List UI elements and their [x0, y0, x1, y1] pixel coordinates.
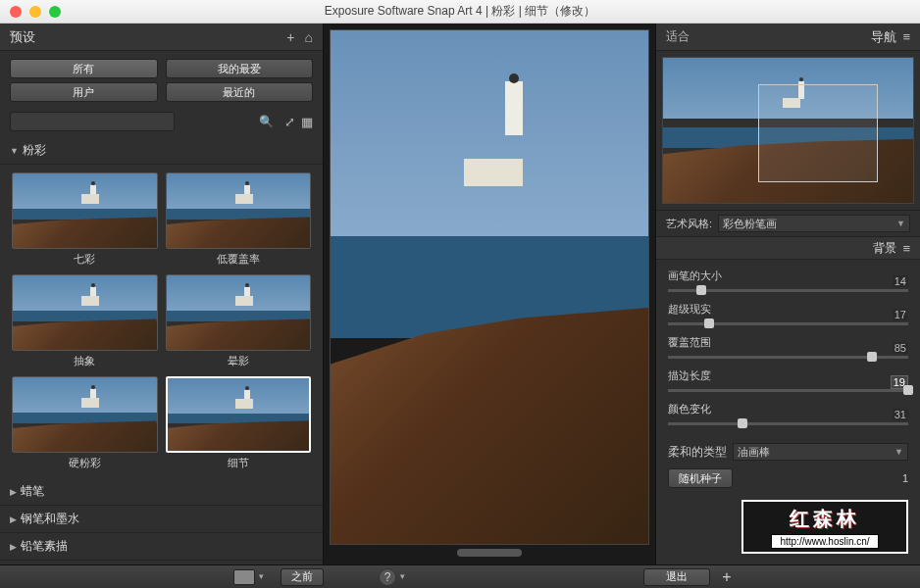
slider-track[interactable]: 31: [668, 422, 908, 425]
add-preset-icon[interactable]: +: [286, 29, 294, 45]
navigator-viewport-rect[interactable]: [758, 84, 878, 183]
slider-thumb[interactable]: [696, 285, 706, 295]
slider-value: 17: [893, 309, 908, 320]
preset-hard-pastel[interactable]: 硬粉彩: [12, 376, 158, 470]
chevron-right-icon: ▶: [10, 487, 17, 497]
watermark: 红森林 http://www.hoslin.cn/: [741, 500, 908, 554]
chevron-right-icon: ▶: [10, 542, 17, 552]
preset-vignette[interactable]: 晕影: [166, 274, 312, 368]
bottom-toolbar: 之前 ? 退出 +: [0, 564, 920, 588]
preset-low-coverage[interactable]: 低覆盖率: [166, 172, 312, 267]
art-style-row: 艺术风格: 彩色粉笔画 ▼: [656, 210, 920, 236]
chevron-down-icon: ▼: [896, 219, 905, 228]
art-style-label: 艺术风格:: [666, 217, 712, 231]
slider-value: 31: [893, 409, 908, 420]
background-color-swatch[interactable]: [233, 569, 255, 585]
preset-filter-tabs: 所有 我的最爱 用户 最近的: [0, 51, 323, 106]
search-row: 🔍 ⤢ ▦: [0, 106, 323, 137]
close-icon[interactable]: [10, 6, 22, 18]
navigator-thumbnail[interactable]: [662, 57, 914, 204]
nav-menu-icon[interactable]: ≡: [902, 29, 910, 44]
category-pen-ink[interactable]: ▶钢笔和墨水: [0, 506, 323, 533]
slider-2: 覆盖范围85: [668, 335, 908, 359]
nav-header: 适合 导航 ≡: [656, 24, 920, 51]
art-style-select[interactable]: 彩色粉笔画 ▼: [718, 215, 910, 232]
slider-track[interactable]: 19: [668, 389, 908, 392]
slider-value: 85: [893, 342, 908, 354]
slider-1: 超级现实17: [668, 302, 908, 325]
category-crayon[interactable]: ▶蜡笔: [0, 478, 323, 506]
slider-label: 画笔的大小: [668, 269, 908, 283]
search-input[interactable]: [10, 112, 175, 131]
slider-label: 颜色变化: [668, 402, 908, 416]
preset-tree[interactable]: ▼ 粉彩 七彩 低覆盖率 抽象 晕影: [0, 137, 323, 564]
seed-row: 随机种子 1: [656, 465, 920, 492]
presets-header: 预设 + ⌂: [0, 24, 323, 51]
search-icon[interactable]: 🔍: [259, 115, 274, 128]
tab-user[interactable]: 用户: [10, 82, 158, 102]
presets-panel: 预设 + ⌂ 所有 我的最爱 用户 最近的 🔍 ⤢ ▦ ▼ 粉彩: [0, 24, 324, 564]
category-stylize[interactable]: ▶风格化: [0, 561, 323, 564]
slider-4: 颜色变化31: [668, 402, 908, 425]
maximize-icon[interactable]: [49, 6, 61, 18]
slider-track[interactable]: 14: [668, 289, 908, 292]
preset-colorful[interactable]: 七彩: [12, 172, 158, 267]
watermark-url: http://www.hoslin.cn/: [771, 534, 878, 549]
background-section-header[interactable]: 背景 ≡: [656, 236, 920, 260]
soft-type-row: 柔和的类型 油画棒 ▼: [656, 439, 920, 465]
window-title: Exposure Software Snap Art 4 | 粉彩 | 细节（修…: [325, 3, 595, 20]
preset-detail[interactable]: 细节: [166, 376, 312, 470]
slider-track[interactable]: 17: [668, 322, 908, 325]
category-pencil[interactable]: ▶铅笔素描: [0, 533, 323, 561]
preview-panel: [324, 24, 655, 564]
traffic-lights: [10, 6, 61, 18]
slider-label: 超级现实: [668, 302, 908, 317]
category-pastels[interactable]: ▼ 粉彩: [0, 137, 323, 165]
slider-track[interactable]: 85: [668, 356, 908, 359]
tab-favorites[interactable]: 我的最爱: [166, 59, 314, 78]
slider-label: 覆盖范围: [668, 335, 908, 350]
grid-view-icon[interactable]: ▦: [301, 115, 313, 129]
slider-thumb[interactable]: [738, 418, 747, 428]
slider-0: 画笔的大小14: [668, 269, 908, 292]
slider-thumb[interactable]: [704, 318, 714, 328]
minimize-icon[interactable]: [29, 6, 41, 18]
soft-type-select[interactable]: 油画棒 ▼: [733, 443, 908, 461]
presets-title: 预设: [10, 28, 277, 46]
section-menu-icon[interactable]: ≡: [902, 241, 910, 256]
window-titlebar: Exposure Software Snap Art 4 | 粉彩 | 细节（修…: [0, 0, 920, 24]
chevron-down-icon: ▼: [894, 447, 903, 457]
slider-value: 14: [893, 275, 908, 287]
sliders-group: 画笔的大小14超级现实17覆盖范围85描边长度19颜色变化31: [656, 260, 920, 439]
slider-label: 描边长度: [668, 368, 908, 383]
random-seed-button[interactable]: 随机种子: [668, 468, 733, 488]
slider-thumb[interactable]: [903, 385, 913, 395]
help-icon[interactable]: ?: [379, 568, 396, 586]
chevron-down-icon: ▼: [10, 146, 19, 156]
seed-value: 1: [902, 472, 908, 484]
tab-all[interactable]: 所有: [10, 59, 158, 78]
before-button[interactable]: 之前: [281, 568, 324, 586]
slider-3: 描边长度19: [668, 368, 908, 392]
preview-scrollbar[interactable]: [330, 547, 649, 559]
exit-button[interactable]: 退出: [643, 568, 710, 586]
home-icon[interactable]: ⌂: [305, 29, 313, 45]
watermark-text: 红森林: [790, 506, 860, 532]
preset-thumbs: 七彩 低覆盖率 抽象 晕影 硬粉彩: [0, 165, 323, 478]
add-icon[interactable]: +: [718, 568, 736, 586]
fit-label[interactable]: 适合: [666, 28, 871, 45]
slider-thumb[interactable]: [867, 352, 877, 362]
collapse-view-icon[interactable]: ⤢: [284, 115, 295, 129]
preset-abstract[interactable]: 抽象: [12, 274, 158, 368]
chevron-right-icon: ▶: [10, 514, 17, 524]
soft-type-label: 柔和的类型: [668, 444, 727, 461]
tab-recent[interactable]: 最近的: [166, 82, 314, 102]
controls-panel: 适合 导航 ≡ 艺术风格: 彩色粉笔画 ▼ 背景 ≡ 画笔的大小14超级现实17…: [655, 24, 920, 564]
main-preview[interactable]: [330, 29, 649, 545]
